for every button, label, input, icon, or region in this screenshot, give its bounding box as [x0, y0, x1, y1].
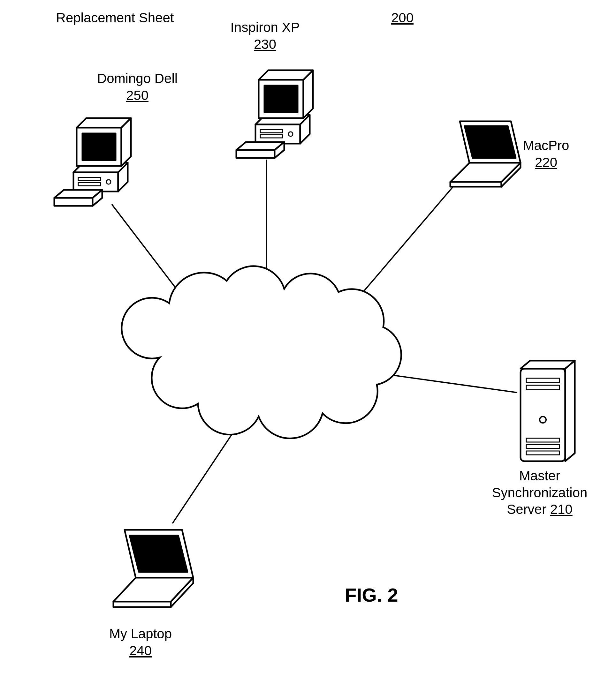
laptop-icon-macpro — [450, 121, 520, 187]
svg-rect-7 — [83, 133, 116, 160]
svg-point-2 — [288, 132, 293, 136]
line-mylaptop — [172, 428, 236, 523]
server-icon — [520, 361, 575, 461]
svg-point-6 — [106, 180, 111, 184]
svg-rect-13 — [526, 445, 560, 448]
cloud-icon — [122, 266, 401, 439]
svg-rect-9 — [526, 378, 560, 383]
diagram-stage: Replacement Sheet 200 Inspiron XP 230 Do… — [0, 0, 616, 676]
desktop-icon-inspiron — [236, 70, 313, 158]
desktop-icon-domingo — [54, 118, 131, 206]
laptop-icon-mylaptop — [113, 530, 193, 607]
diagram-svg — [0, 0, 616, 676]
svg-point-11 — [540, 416, 546, 423]
line-server — [380, 374, 517, 393]
svg-rect-5 — [78, 182, 101, 186]
line-macpro — [348, 179, 460, 309]
svg-rect-3 — [264, 86, 298, 112]
svg-rect-10 — [526, 385, 560, 390]
svg-rect-0 — [260, 129, 283, 133]
svg-rect-14 — [526, 451, 560, 455]
svg-rect-12 — [526, 438, 560, 442]
svg-rect-1 — [260, 135, 283, 138]
svg-rect-4 — [78, 177, 101, 181]
